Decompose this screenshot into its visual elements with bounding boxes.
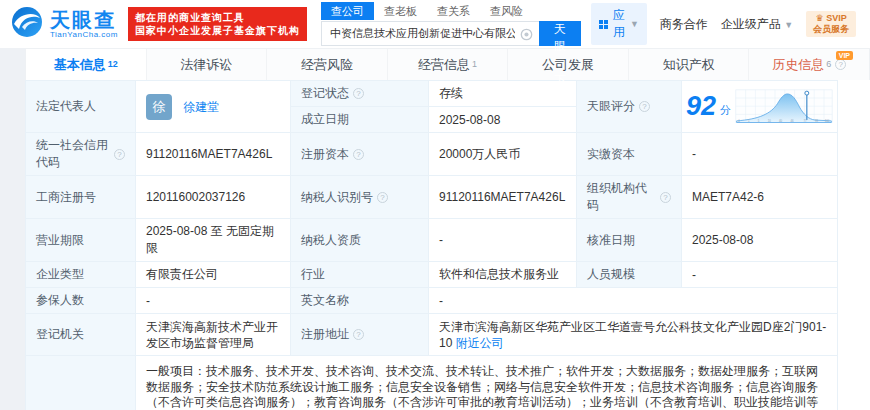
tab-history-info[interactable]: VIP 历史信息 6 ? [749, 49, 869, 80]
tab-legal-litigation[interactable]: 法律诉讼 [147, 49, 268, 80]
vip-badge: VIP [836, 51, 853, 60]
label-insured-count: 参保人数 [26, 288, 136, 314]
staff-size-value: - [682, 262, 838, 288]
avatar: 徐 [146, 94, 172, 120]
tab-label: 法律诉讼 [180, 56, 232, 74]
camera-icon[interactable] [520, 27, 533, 45]
search-button[interactable]: 天眼一下 [539, 21, 581, 46]
label-credit-code: 统一社会信用代码 ? [26, 133, 136, 176]
label-approval-date: 核准日期 [577, 219, 682, 262]
credit-code-value: 91120116MAET7A426L [136, 133, 291, 176]
legal-representative-link[interactable]: 徐建堂 [183, 100, 219, 114]
tianyan-score-cell: 92 分 [682, 81, 838, 133]
label-legal-representative: 法定代表人 [26, 81, 136, 133]
tianyancha-logo[interactable]: 天眼查 TianYanCha.com [10, 5, 118, 43]
tab-label: 历史信息 [772, 56, 824, 74]
label-org-code: 组织机构代码 ? [577, 176, 682, 219]
tab-operation-info[interactable]: 经营信息 1 [388, 49, 509, 80]
chevron-down-icon: ▼ [784, 20, 793, 30]
info-icon[interactable]: ? [353, 88, 364, 99]
taxpayer-id-value: 91120116MAET7A426L [429, 176, 577, 219]
label-registered-address: 注册地址 ? [291, 314, 429, 356]
info-icon[interactable]: ? [835, 59, 846, 70]
score-value: 92 [686, 93, 716, 120]
logo-domain: TianYanCha.com [50, 30, 118, 39]
label-english-name: 英文名称 [291, 288, 429, 314]
company-type-value: 有限责任公司 [136, 262, 291, 288]
info-icon[interactable]: ? [353, 329, 364, 340]
top-header: 天眼查 TianYanCha.com 都在用的商业查询工具 国家中小企业发展子基… [0, 0, 870, 48]
label-industry: 行业 [291, 262, 429, 288]
nav-business-cooperation[interactable]: 商务合作 [660, 16, 708, 33]
score-distribution-chart: 0 1 5 10 40 46 77 99 100 [735, 85, 833, 129]
registration-number-value: 120116002037126 [136, 176, 291, 219]
business-term-value: 2025-08-08 至 无固定期限 [136, 219, 291, 262]
tab-count: 6 [826, 60, 831, 69]
legal-representative-cell: 徐 徐建堂 [136, 81, 291, 133]
svip-sublabel: 会员服务 [813, 24, 849, 35]
org-code-value: MAET7A42-6 [682, 176, 838, 219]
search-tab-company[interactable]: 查公司 [321, 2, 374, 20]
label-registration-number: 工商注册号 [26, 176, 136, 219]
label-establish-date: 成立日期 [291, 107, 429, 133]
svg-text:40: 40 [779, 119, 783, 123]
establish-date-value: 2025-08-08 [429, 107, 577, 133]
search-tabs: 查公司 查老板 查关系 查风险 [321, 2, 581, 20]
svg-text:99: 99 [815, 119, 819, 123]
logo-title: 天眼查 [50, 10, 118, 30]
svg-text:77: 77 [804, 119, 808, 123]
promo-banner: 都在用的商业查询工具 国家中小企业发展子基金旗下机构 [128, 7, 307, 41]
tab-label: 经营风险 [301, 56, 353, 74]
tab-count: 12 [108, 60, 118, 69]
info-icon[interactable]: ? [353, 149, 364, 160]
info-icon[interactable]: ? [114, 149, 125, 160]
label-company-type: 企业类型 [26, 262, 136, 288]
label-taxpayer-quality: 纳税人资质 [291, 219, 429, 262]
promo-line1: 都在用的商业查询工具 [135, 11, 300, 24]
nav-apps[interactable]: 应用 ▼ [591, 3, 647, 45]
industry-value: 软件和信息技术服务业 [429, 262, 577, 288]
search-input[interactable] [321, 21, 539, 46]
promo-line2: 国家中小企业发展子基金旗下机构 [135, 24, 300, 37]
search-tab-risk[interactable]: 查风险 [480, 2, 533, 20]
tab-count: 1 [472, 60, 477, 69]
label-staff-size: 人员规模 [577, 262, 682, 288]
section-tabs: 基本信息 12 法律诉讼 经营风险 经营信息 1 公司发展 知识产权 VIP 历… [25, 48, 870, 80]
registration-authority-value: 天津滨海高新技术产业开发区市场监督管理局 [136, 314, 291, 356]
score-unit: 分 [720, 103, 731, 118]
label-registration-status: 登记状态 ? [291, 81, 429, 107]
tab-label: 知识产权 [663, 56, 715, 74]
tab-label: 基本信息 [54, 56, 106, 74]
tab-operation-risk[interactable]: 经营风险 [267, 49, 388, 80]
insured-count-value: - [136, 288, 291, 314]
tab-label: 经营信息 [418, 56, 470, 74]
chevron-down-icon: ▼ [630, 19, 639, 29]
label-business-term: 营业期限 [26, 219, 136, 262]
crown-icon: ♛ [816, 13, 824, 23]
apps-grid-icon [599, 20, 608, 29]
nav-enterprise-products[interactable]: 企业级产品 ▼ [721, 16, 793, 33]
registered-capital-value: 20000万人民币 [429, 133, 577, 176]
tab-basic-info[interactable]: 基本信息 12 [26, 49, 147, 80]
company-info-table: 法定代表人 徐 徐建堂 登记状态 ? 存续 天眼评分 ? 92 分 [25, 80, 838, 410]
nav-apps-label: 应用 [613, 7, 625, 41]
english-name-value: - [429, 288, 838, 314]
tianyancha-logo-icon [10, 5, 44, 43]
svg-text:46: 46 [791, 119, 795, 123]
paid-capital-value: - [682, 133, 838, 176]
info-icon[interactable]: ? [377, 192, 388, 203]
svip-label: SVIP [826, 13, 847, 23]
tab-company-development[interactable]: 公司发展 [508, 49, 629, 80]
search-tab-boss[interactable]: 查老板 [374, 2, 427, 20]
info-icon[interactable]: ? [639, 101, 650, 112]
svg-text:100: 100 [825, 119, 830, 123]
label-registered-capital: 注册资本 ? [291, 133, 429, 176]
info-icon[interactable]: ? [660, 192, 671, 203]
nearby-companies-link[interactable]: 附近公司 [456, 336, 504, 350]
label-paid-capital: 实缴资本 [577, 133, 682, 176]
label-business-scope: 经营范围 ? [26, 356, 136, 410]
search-tab-relation[interactable]: 查关系 [427, 2, 480, 20]
svip-member-badge[interactable]: ♛ SVIP 会员服务 [806, 11, 856, 37]
tab-intellectual-property[interactable]: 知识产权 [629, 49, 750, 80]
label-registration-authority: 登记机关 [26, 314, 136, 356]
